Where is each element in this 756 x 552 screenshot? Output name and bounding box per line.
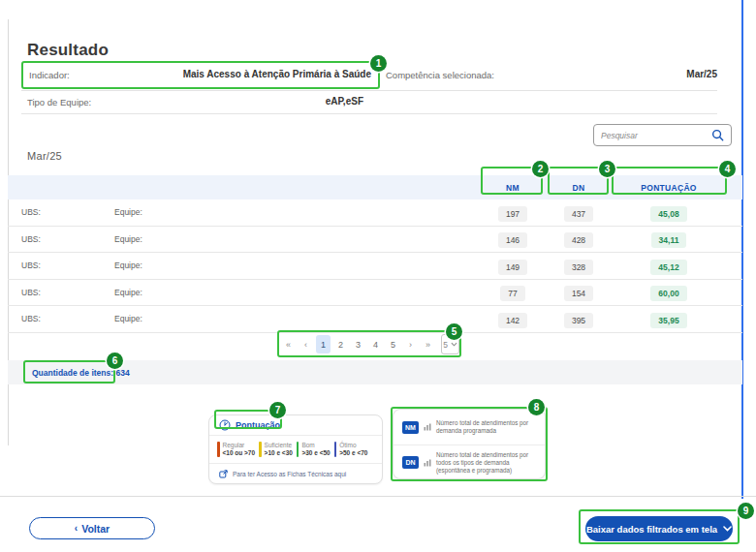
nm-value: 142 xyxy=(498,313,527,328)
dn-value: 437 xyxy=(564,206,593,222)
equipe-label: Equipe: xyxy=(114,288,231,297)
pagination-next[interactable]: › xyxy=(403,335,418,353)
pagination: « ‹ 1 2 3 4 5 › » 5 xyxy=(281,333,459,355)
legend-color-bar xyxy=(334,442,337,457)
nm-dn-info-card: NM Número total de atendimentos por dema… xyxy=(393,409,546,479)
som-badge-2: 2 xyxy=(532,161,549,177)
pagination-last[interactable]: » xyxy=(421,335,435,353)
nm-value: 77 xyxy=(500,286,524,301)
pontuacao-value: 45,08 xyxy=(650,206,686,222)
indicador-value: Mais Acesso à Atenção Primária à Saúde xyxy=(155,69,371,79)
nm-chip: NM xyxy=(402,421,419,434)
dn-value: 428 xyxy=(564,232,593,248)
legend-color-bar xyxy=(217,442,220,457)
info-row-nm: NM Número total de atendimentos por dema… xyxy=(394,410,545,445)
chevron-down-icon xyxy=(451,342,457,347)
som-badge-1: 1 xyxy=(370,55,387,72)
divider xyxy=(0,496,756,497)
legend-color-bar xyxy=(259,442,262,457)
results-page: Resultado Indicador: Mais Acesso à Atenç… xyxy=(0,0,756,552)
dn-value: 328 xyxy=(564,260,593,275)
legend-footer: Para ter Acesso as Fichas Técnicas aqui xyxy=(209,464,382,483)
bar-chart-icon xyxy=(424,423,431,431)
period-label: Mar/25 xyxy=(27,150,62,162)
som-badge-6: 6 xyxy=(107,353,123,369)
dn-value: 154 xyxy=(564,286,593,301)
legend-label: Suficiente xyxy=(265,442,293,449)
equipe-label: Equipe: xyxy=(114,234,231,244)
pagination-page-5[interactable]: 5 xyxy=(386,335,400,353)
indicador-label: Indicador: xyxy=(29,70,70,80)
dn-chip: DN xyxy=(402,456,419,469)
som-badge-8: 8 xyxy=(528,399,545,415)
table-row: UBS: Equipe: 146 428 34,11 xyxy=(8,227,742,254)
legend-item-otimo: Ótimo >50 e <70 xyxy=(334,442,368,457)
pontuacao-legend-card: Pontuação Regular <10 ou >70 Suficiente … xyxy=(208,414,383,484)
dn-value: 395 xyxy=(564,313,593,328)
divider xyxy=(21,113,717,114)
nm-value: 197 xyxy=(498,206,527,222)
baixar-label: Baixar dados filtrados em tela xyxy=(586,524,717,535)
search-box xyxy=(593,124,732,146)
table-row: UBS: Equipe: 142 395 35,95 xyxy=(8,306,742,333)
som-badge-9: 9 xyxy=(738,503,754,519)
nm-description: Número total de atendimentos por demanda… xyxy=(436,419,536,435)
pagination-prev[interactable]: ‹ xyxy=(299,335,313,353)
page-size-value: 5 xyxy=(443,340,448,350)
ubs-label: UBS: xyxy=(8,261,114,270)
chevron-left-icon: ‹ xyxy=(75,523,78,534)
column-header-nm[interactable]: NM xyxy=(479,183,547,193)
pagination-first[interactable]: « xyxy=(281,335,296,353)
competencia-label: Competência selecionada: xyxy=(386,70,494,80)
page-title: Resultado xyxy=(27,41,109,60)
legend-range: <10 ou >70 xyxy=(223,449,256,457)
pontuacao-value: 45,12 xyxy=(650,260,686,275)
ubs-label: UBS: xyxy=(8,288,114,297)
voltar-button[interactable]: ‹ Voltar xyxy=(29,517,155,539)
som-badge-7: 7 xyxy=(269,402,286,418)
ubs-label: UBS: xyxy=(8,234,114,244)
table-row: UBS: Equipe: 77 154 60,00 xyxy=(8,280,742,307)
nm-value: 146 xyxy=(498,232,527,248)
legend-item-bom: Bom >30 e <50 xyxy=(297,442,331,457)
pagination-page-1[interactable]: 1 xyxy=(316,335,331,353)
external-link-icon xyxy=(219,470,228,478)
table-row: UBS: Equipe: 197 437 45,08 xyxy=(8,199,742,227)
pontuacao-value: 60,00 xyxy=(650,286,686,301)
chevron-down-icon xyxy=(723,526,732,532)
som-badge-5: 5 xyxy=(446,323,462,340)
pontuacao-value: 34,11 xyxy=(651,232,687,248)
legend-range: >50 e <70 xyxy=(339,449,367,457)
column-header-pontuacao[interactable]: PONTUAÇÃO xyxy=(611,183,727,193)
ubs-label: UBS: xyxy=(8,207,114,217)
search-icon[interactable] xyxy=(711,129,724,141)
pagination-page-4[interactable]: 4 xyxy=(368,335,383,353)
search-input[interactable] xyxy=(601,131,711,140)
tipo-equipe-label: Tipo de Equipe: xyxy=(27,97,91,107)
som-badge-4: 4 xyxy=(719,161,736,177)
legend-title: Pontuação xyxy=(236,420,280,430)
bar-chart-icon xyxy=(424,459,431,467)
items-count: Quantidade de itens: 634 xyxy=(8,368,130,378)
legend-items: Regular <10 ou >70 Suficiente >10 e <30 … xyxy=(209,436,382,464)
pontuacao-value: 35,95 xyxy=(650,313,686,328)
voltar-label: Voltar xyxy=(81,523,110,535)
equipe-label: Equipe: xyxy=(114,261,231,270)
som-badge-3: 3 xyxy=(599,161,615,177)
legend-range: >10 e <30 xyxy=(265,449,293,457)
equipe-label: Equipe: xyxy=(114,314,231,323)
nm-value: 149 xyxy=(498,260,527,275)
legend-header: Pontuação xyxy=(209,415,382,436)
fichas-tecnicas-link[interactable]: Para ter Acesso as Fichas Técnicas aqui xyxy=(233,471,346,477)
dn-description: Número total de atendimentos por todos o… xyxy=(436,451,536,475)
pagination-page-3[interactable]: 3 xyxy=(351,335,365,353)
legend-range: >30 e <50 xyxy=(301,449,330,457)
pagination-page-2[interactable]: 2 xyxy=(333,335,348,353)
baixar-dados-button[interactable]: Baixar dados filtrados em tela xyxy=(585,516,733,541)
legend-label: Bom xyxy=(301,442,330,449)
equipe-label: Equipe: xyxy=(114,207,231,217)
table-header: NM DN PONTUAÇÃO xyxy=(8,175,742,199)
ubs-label: UBS: xyxy=(8,314,114,323)
column-header-dn[interactable]: DN xyxy=(547,183,611,193)
divider xyxy=(21,90,717,91)
